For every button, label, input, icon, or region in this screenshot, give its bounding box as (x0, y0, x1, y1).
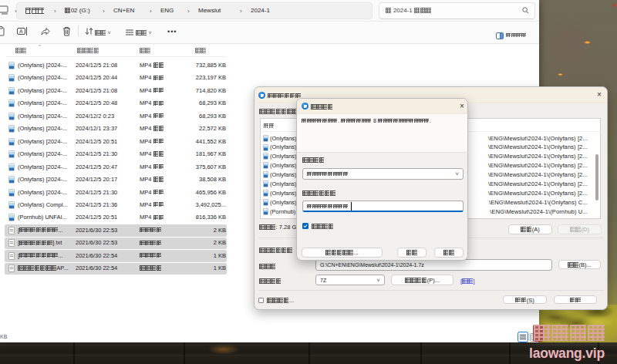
svg-text:A: A (19, 29, 23, 34)
